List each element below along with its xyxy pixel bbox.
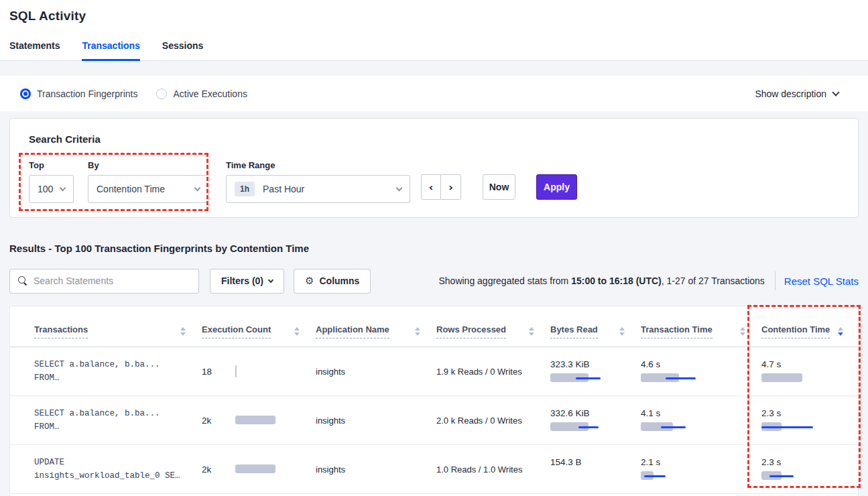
gear-icon: ⚙ [305, 275, 314, 287]
sort-icon[interactable] [529, 327, 534, 336]
column-header-contention-time[interactable]: Contention Time [761, 324, 859, 347]
page-title: SQL Activity [9, 9, 86, 23]
column-header-execution-count[interactable]: Execution Count [202, 324, 316, 347]
column-header-bytes-read[interactable]: Bytes Read [550, 324, 641, 347]
application-name-cell: insights [316, 416, 436, 426]
bytes-read-bar [550, 471, 651, 481]
stats-area: Showing aggregated stats from 15:00 to 1… [438, 271, 859, 290]
transaction-fingerprint-link[interactable]: SELECT a.balance, b.ba...FROM… [10, 407, 202, 434]
by-field: By Contention Time [88, 160, 208, 203]
execution-count-cell: 18 [202, 366, 316, 377]
radio-transaction-fingerprints[interactable]: Transaction Fingerprints [20, 88, 137, 99]
bytes-read-bar [550, 373, 651, 383]
contention-time-bar [761, 471, 862, 481]
top-select-value: 100 [38, 184, 53, 194]
transaction-time-cell: 2.1 s [641, 457, 761, 481]
radio-label: Active Executions [173, 88, 247, 99]
by-select-value: Contention Time [97, 184, 165, 194]
chevron-down-icon [60, 184, 66, 191]
sort-icon[interactable] [619, 327, 625, 336]
rows-processed-cell: 2.0 k Reads / 0 Writes [436, 416, 550, 426]
search-statements-box[interactable] [9, 269, 199, 294]
chevron-down-icon [396, 184, 403, 191]
application-name-cell: insights [316, 464, 436, 475]
sort-icon[interactable] [740, 327, 745, 336]
filters-label: Filters (0) [221, 275, 263, 286]
column-header-rows-processed[interactable]: Rows Processed [436, 324, 550, 347]
columns-button[interactable]: ⚙ Columns [294, 269, 371, 294]
execution-count-cell: 2k [202, 415, 316, 426]
execution-count-bar [235, 415, 308, 426]
columns-label: Columns [319, 275, 359, 286]
page-header: SQL Activity Statements Transactions Ses… [0, 0, 868, 61]
tab-sessions[interactable]: Sessions [162, 40, 203, 60]
transaction-time-bar [641, 471, 741, 481]
vertical-divider [775, 271, 776, 290]
transaction-time-bar [641, 422, 741, 432]
top-field: Top 100 [29, 160, 74, 203]
sort-icon[interactable] [294, 327, 300, 336]
radio-active-executions[interactable]: Active Executions [156, 88, 247, 99]
reset-sql-stats-link[interactable]: Reset SQL Stats [784, 275, 859, 287]
previous-time-button[interactable]: ‹ [421, 174, 441, 200]
sort-icon[interactable] [180, 327, 186, 336]
transactions-table: Transactions Execution Count Application… [9, 306, 859, 496]
transaction-time-bar [641, 373, 741, 383]
execution-count-cell: 2k [202, 464, 316, 475]
aggregated-stats-text: Showing aggregated stats from 15:00 to 1… [438, 275, 764, 286]
by-select[interactable]: Contention Time [88, 175, 208, 203]
contention-time-bar [761, 373, 862, 383]
top-label: Top [29, 160, 74, 170]
search-statements-input[interactable] [34, 275, 190, 286]
search-criteria-heading: Search Criteria [29, 133, 101, 145]
table-row: SELECT a.balance, b.ba...FROM… 2k insigh… [10, 396, 858, 445]
tab-bar: Statements Transactions Sessions [9, 40, 203, 60]
tab-transactions[interactable]: Transactions [82, 40, 139, 60]
contention-time-cell: 2.3 s [761, 408, 859, 432]
radio-selected-icon[interactable] [20, 88, 31, 99]
transaction-fingerprint-link[interactable]: UPDATEinsights_workload_table_0 SE… [10, 456, 202, 483]
contention-time-bar [761, 422, 862, 432]
table-row: UPDATEinsights_workload_table_0 SE… 2k i… [10, 445, 858, 494]
sort-icon-active-desc[interactable] [838, 327, 843, 336]
time-range-label: Time Range [226, 160, 410, 170]
now-button[interactable]: Now [483, 174, 515, 200]
by-label: By [88, 160, 208, 170]
results-heading: Results - Top 100 Transaction Fingerprin… [9, 243, 309, 254]
transaction-fingerprint-link[interactable]: SELECT a.balance, b.ba...FROM… [10, 358, 202, 385]
stats-time-range: 15:00 to 16:18 (UTC) [571, 275, 662, 286]
time-range-value: Past Hour [263, 184, 304, 194]
bytes-read-bar [550, 422, 651, 432]
transaction-time-cell: 4.6 s [641, 359, 761, 383]
show-description-label: Show description [755, 88, 826, 99]
table-header-row: Transactions Execution Count Application… [10, 306, 858, 347]
tab-statements[interactable]: Statements [9, 40, 60, 60]
column-header-application-name[interactable]: Application Name [316, 324, 436, 347]
chevron-down-icon [194, 184, 201, 191]
application-name-cell: insights [316, 367, 436, 377]
contention-time-cell: 4.7 s [761, 359, 859, 383]
bytes-read-cell: 332.6 KiB [550, 408, 641, 432]
time-nav-group: ‹ › [421, 174, 461, 200]
table-row: SELECT a.balance, b.ba...FROM… 18 insigh… [10, 347, 858, 396]
bytes-read-cell: 323.3 KiB [550, 359, 641, 383]
execution-count-bar [235, 464, 308, 475]
radio-unselected-icon[interactable] [156, 88, 167, 99]
time-range-field: Time Range 1h Past Hour [226, 160, 410, 203]
column-header-transactions[interactable]: Transactions [10, 324, 202, 347]
transaction-time-cell: 4.1 s [641, 408, 761, 432]
top-select[interactable]: 100 [29, 175, 74, 203]
time-range-select[interactable]: 1h Past Hour [226, 175, 410, 203]
view-toggle-bar: Transaction Fingerprints Active Executio… [0, 76, 868, 111]
next-time-button[interactable]: › [441, 174, 461, 200]
chevron-down-icon [832, 88, 839, 96]
time-range-badge: 1h [235, 182, 255, 196]
rows-processed-cell: 1.0 Reads / 1.0 Writes [436, 464, 550, 475]
filters-button[interactable]: Filters (0) [210, 269, 284, 294]
apply-button[interactable]: Apply [536, 174, 577, 200]
execution-count-bar [235, 366, 308, 377]
radio-label: Transaction Fingerprints [37, 88, 137, 99]
show-description-toggle[interactable]: Show description [755, 88, 848, 99]
sort-icon[interactable] [415, 327, 420, 336]
column-header-transaction-time[interactable]: Transaction Time [641, 324, 761, 347]
